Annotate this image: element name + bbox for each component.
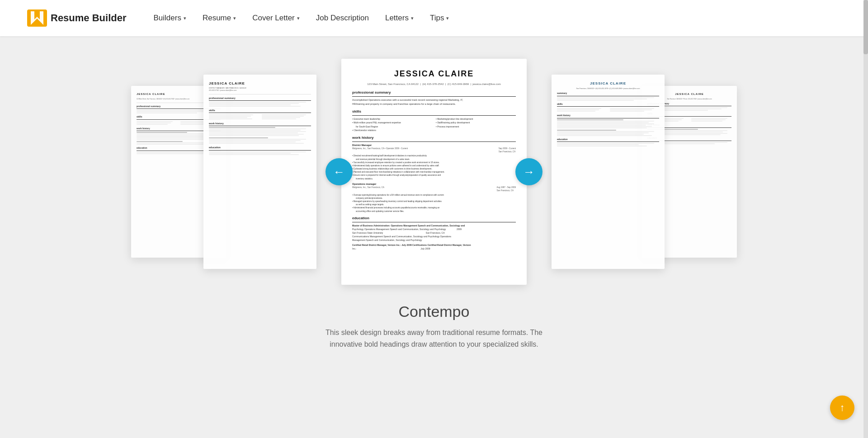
resume-card-center[interactable]: JESSICA CLAIRE 123 Main Street, San Fran… — [341, 59, 527, 285]
resume-card-mid-left[interactable]: JESSICA CLAIRE DISTRICT MANAGER, SAN FRA… — [203, 75, 316, 269]
logo-text: Resume Builder — [51, 12, 127, 24]
center-resume-name: JESSICA CLAIRE — [352, 68, 516, 80]
resume-carousel: JESSICA CLAIRE 123 Main Street, San Fran… — [95, 54, 773, 289]
logo-icon — [27, 9, 47, 27]
nav-tips-label: Tips — [430, 14, 444, 23]
back-to-top-button[interactable]: ↑ — [830, 396, 854, 420]
resume-card-mid-right[interactable]: JESSICA CLAIRE San Francisco, CA 94122 •… — [552, 75, 665, 269]
nav-resume-label: Resume — [203, 14, 231, 23]
back-to-top-icon: ↑ — [840, 402, 845, 414]
scrollbar-thumb[interactable] — [863, 0, 868, 54]
nav-item-builders[interactable]: Builders ▾ — [154, 14, 186, 23]
nav-item-cover-letter[interactable]: Cover Letter ▾ — [252, 14, 300, 23]
center-section-skills: skills — [352, 109, 516, 116]
letters-chevron-icon: ▾ — [411, 15, 414, 21]
navbar: Resume Builder Builders ▾ Resume ▾ Cover… — [0, 0, 868, 36]
tips-chevron-icon: ▾ — [446, 15, 449, 21]
carousel-prev-button[interactable]: ← — [326, 158, 353, 185]
prev-arrow-icon: ← — [333, 165, 345, 179]
resume-preview-center: JESSICA CLAIRE 123 Main Street, San Fran… — [341, 59, 527, 285]
resume-chevron-icon: ▾ — [233, 15, 236, 21]
cover-letter-chevron-icon: ▾ — [297, 15, 300, 21]
template-name: Contempo — [399, 303, 470, 320]
center-section-work: work history — [352, 135, 516, 142]
scrollbar-track[interactable] — [863, 0, 868, 438]
nav-builders-label: Builders — [154, 14, 181, 23]
nav-job-desc-label: Job Description — [316, 14, 369, 23]
template-description: This sleek design breaks away from tradi… — [321, 327, 547, 350]
resume-preview-mid-right: JESSICA CLAIRE San Francisco, CA 94122 •… — [552, 75, 665, 269]
center-resume-contact: 123 Main Street, San Francisco, CA 94122… — [352, 82, 516, 86]
builders-chevron-icon: ▾ — [184, 15, 186, 21]
nav-cover-letter-label: Cover Letter — [252, 14, 295, 23]
next-arrow-icon: → — [523, 165, 535, 179]
center-section-summary: professional summary — [352, 90, 516, 97]
center-section-education: education — [352, 216, 516, 222]
nav-item-letters[interactable]: Letters ▾ — [385, 14, 414, 23]
carousel-next-button[interactable]: → — [515, 158, 542, 185]
nav-item-tips[interactable]: Tips ▾ — [430, 14, 449, 23]
nav-items: Builders ▾ Resume ▾ Cover Letter ▾ Job D… — [154, 14, 841, 23]
resume-preview-mid-left: JESSICA CLAIRE DISTRICT MANAGER, SAN FRA… — [203, 75, 316, 269]
nav-letters-label: Letters — [385, 14, 409, 23]
main-content: JESSICA CLAIRE 123 Main Street, San Fran… — [0, 36, 868, 438]
logo-link[interactable]: Resume Builder — [27, 9, 127, 27]
center-summary-text: Accomplished Operations executive with a… — [352, 98, 516, 106]
nav-item-resume[interactable]: Resume ▾ — [203, 14, 236, 23]
nav-item-job-description[interactable]: Job Description — [316, 14, 369, 23]
